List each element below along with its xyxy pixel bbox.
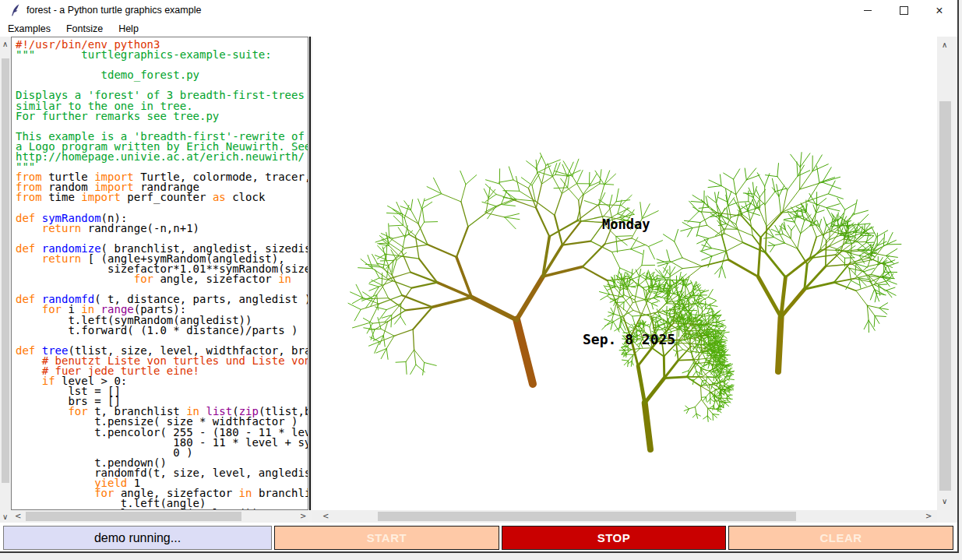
- code-line: for angle, sizefactor in: [16, 274, 308, 284]
- minimize-button[interactable]: [850, 0, 886, 21]
- canvas-hscrollbar[interactable]: < >: [312, 510, 937, 523]
- scroll-down-icon[interactable]: ∨: [2, 513, 8, 521]
- scroll-left-icon[interactable]: <: [322, 512, 329, 520]
- menu-bar: Examples Fontsize Help: [0, 21, 957, 37]
- app-window: forest - a Python turtle graphics exampl…: [0, 0, 959, 553]
- menu-item-help[interactable]: Help: [111, 21, 146, 37]
- close-button[interactable]: ×: [921, 0, 957, 21]
- code-hscrollbar[interactable]: ∨ < >: [0, 510, 308, 523]
- minimize-icon: [864, 10, 872, 11]
- start-button[interactable]: START: [274, 526, 499, 550]
- status-label: demo running...: [3, 526, 272, 550]
- scroll-left-icon[interactable]: <: [15, 512, 21, 520]
- code-editor[interactable]: #!/usr/bin/env python3""" turtlegraphics…: [11, 37, 308, 510]
- canvas-hscrollbar-thumb[interactable]: [378, 512, 796, 521]
- code-vscrollbar[interactable]: ∧: [0, 37, 11, 510]
- canvas-vscrollbar[interactable]: ∧ ∨: [937, 37, 953, 510]
- close-icon: ×: [936, 5, 943, 17]
- menu-item-examples[interactable]: Examples: [0, 21, 58, 37]
- maximize-button[interactable]: [886, 0, 921, 21]
- stop-button[interactable]: STOP: [502, 526, 726, 550]
- work-area: ∧ #!/usr/bin/env python3""" turtlegraphi…: [0, 37, 957, 510]
- code-line: """ turtlegraphics-example-suite:: [16, 50, 308, 60]
- code-line: t.forward( (1.0 * distance)/parts ): [16, 326, 308, 336]
- scroll-down-icon[interactable]: ∨: [942, 498, 947, 505]
- code-line: http://homepage.univie.ac.at/erich.neuwi…: [16, 152, 308, 162]
- canvas-text-label: Monday: [602, 217, 650, 232]
- turtle-canvas-area: Monday Sep. 8 2025: [312, 37, 937, 510]
- window-title: forest - a Python turtle graphics exampl…: [26, 0, 201, 21]
- code-hscrollbar-thumb[interactable]: [26, 512, 241, 521]
- scroll-up-icon[interactable]: ∧: [942, 41, 947, 49]
- scroll-up-icon[interactable]: ∧: [2, 41, 8, 48]
- menu-item-fontsize[interactable]: Fontsize: [58, 21, 111, 37]
- title-bar: forest - a Python turtle graphics exampl…: [0, 0, 957, 21]
- clear-button[interactable]: CLEAR: [728, 526, 953, 550]
- hscroll-row: ∨ < > < >: [0, 510, 957, 523]
- code-vscrollbar-thumb[interactable]: [2, 58, 9, 483]
- code-line: For further remarks see tree.py: [16, 111, 308, 122]
- scroll-right-icon[interactable]: >: [925, 512, 932, 520]
- pane-separator: [309, 37, 311, 510]
- maximize-icon: [900, 6, 908, 15]
- scroll-right-icon[interactable]: >: [300, 512, 306, 520]
- code-line: tdemo_forest.py: [16, 70, 308, 80]
- canvas-vscrollbar-thumb[interactable]: [939, 101, 951, 491]
- python-feather-icon: [10, 4, 21, 17]
- code-line: return randrange(-n,n+1): [16, 224, 308, 234]
- turtle-canvas: [312, 37, 937, 510]
- control-bar: demo running... START STOP CLEAR: [0, 526, 957, 551]
- code-line: from time import perf_counter as clock: [16, 192, 308, 203]
- canvas-text-label: Sep. 8 2025: [583, 331, 675, 347]
